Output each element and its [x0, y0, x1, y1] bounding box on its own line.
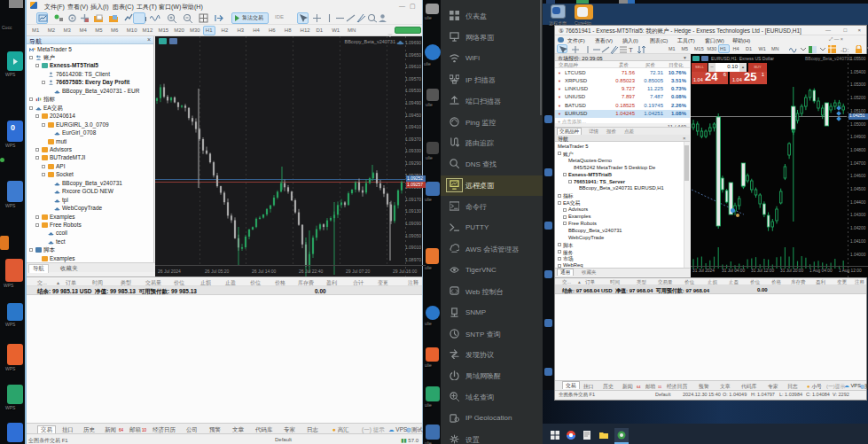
svg-text:-D:: -D:: [841, 47, 848, 53]
svg-text:T: T: [629, 46, 633, 54]
